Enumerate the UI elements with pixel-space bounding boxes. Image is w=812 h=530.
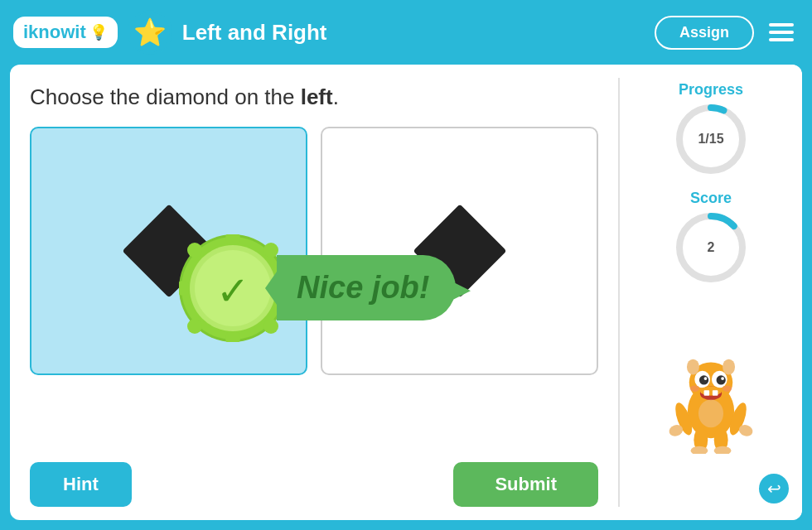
menu-line-3 bbox=[769, 38, 794, 41]
svg-point-8 bbox=[263, 319, 278, 334]
menu-line-2 bbox=[769, 31, 794, 34]
svg-point-39 bbox=[690, 386, 699, 393]
main-area: Choose the diamond on the left. bbox=[10, 65, 802, 520]
mascot-monster bbox=[665, 330, 756, 454]
feedback-banner: Nice job! bbox=[277, 255, 456, 320]
svg-rect-28 bbox=[704, 390, 710, 396]
nav-arrow-button[interactable]: ↩ bbox=[759, 474, 789, 504]
mascot-area bbox=[665, 298, 756, 460]
nav-arrow-icon: ↩ bbox=[767, 479, 781, 499]
bottom-row: Hint Submit bbox=[30, 462, 598, 507]
svg-rect-29 bbox=[713, 390, 718, 396]
svg-point-7 bbox=[187, 319, 202, 334]
score-value: 2 bbox=[708, 240, 715, 255]
svg-point-22 bbox=[699, 375, 708, 384]
score-circle: 2 bbox=[674, 210, 748, 285]
header: iknowit 💡 ⭐ Left and Right Assign bbox=[0, 0, 812, 65]
progress-circle: 1/15 bbox=[674, 102, 748, 176]
svg-point-25 bbox=[721, 377, 724, 380]
question-keyword: left bbox=[301, 84, 333, 109]
lesson-title: Left and Right bbox=[182, 20, 645, 46]
svg-point-24 bbox=[704, 377, 708, 380]
progress-value: 1/15 bbox=[698, 132, 723, 147]
progress-section: Progress 1/15 bbox=[674, 81, 748, 176]
logo-text: iknowit bbox=[23, 22, 86, 43]
svg-point-18 bbox=[687, 359, 699, 375]
menu-button[interactable] bbox=[764, 18, 799, 46]
menu-line-1 bbox=[769, 23, 794, 26]
svg-point-5 bbox=[187, 243, 202, 258]
svg-point-23 bbox=[717, 375, 726, 384]
question-suffix: . bbox=[333, 84, 339, 109]
svg-point-38 bbox=[698, 399, 723, 427]
svg-point-19 bbox=[723, 359, 735, 375]
feedback-text: Nice job! bbox=[297, 270, 429, 306]
feedback-overlay: ✓ Nice job! bbox=[179, 234, 456, 342]
question-text: Choose the diamond on the left. bbox=[30, 84, 598, 110]
question-prefix: Choose the diamond on the bbox=[30, 84, 301, 109]
score-label: Score bbox=[690, 190, 732, 207]
sidebar: Progress 1/15 Score 2 bbox=[620, 65, 802, 520]
logo-bulb-icon: 💡 bbox=[89, 23, 108, 41]
choices-row: ✓ Nice job! bbox=[30, 127, 598, 449]
assign-button[interactable]: Assign bbox=[655, 16, 754, 50]
svg-point-40 bbox=[723, 386, 732, 393]
star-icon: ⭐ bbox=[128, 10, 172, 55]
svg-text:✓: ✓ bbox=[216, 269, 249, 313]
logo: iknowit 💡 bbox=[13, 17, 118, 48]
submit-button[interactable]: Submit bbox=[453, 462, 598, 507]
progress-label: Progress bbox=[679, 81, 743, 99]
score-section: Score 2 bbox=[674, 190, 748, 285]
nav-arrow-container: ↩ bbox=[759, 474, 789, 504]
hint-button[interactable]: Hint bbox=[30, 462, 132, 507]
content-area: Choose the diamond on the left. bbox=[10, 65, 618, 520]
svg-point-27 bbox=[700, 386, 722, 395]
